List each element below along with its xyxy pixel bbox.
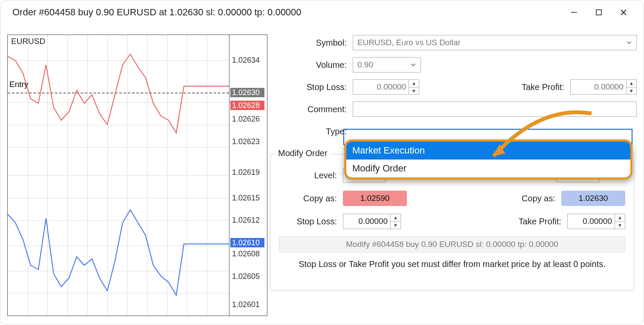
tick-chart: EURUSD Entry 1.02634 1.02630 1.02628: [7, 35, 267, 316]
symbol-label: Symbol:: [280, 38, 353, 48]
spin-down-icon[interactable]: ▼: [627, 87, 636, 95]
chart-area: EURUSD Entry: [8, 35, 229, 316]
spin-down-icon[interactable]: ▼: [409, 87, 419, 95]
chart-series: [8, 35, 229, 316]
stoploss-label: Stop Loss:: [280, 82, 353, 92]
copyas-label-left: Copy as:: [279, 194, 343, 203]
annotation-arrow-icon: [481, 109, 600, 171]
entry-price-badge: 1.02630: [230, 88, 264, 97]
modify-order-legend: Modify Order: [276, 148, 330, 158]
chart-y-axis: 1.02634 1.02630 1.02628 1.02626 1.02623 …: [229, 35, 267, 316]
chevron-down-icon: [626, 40, 632, 46]
svg-rect-1: [596, 10, 601, 15]
type-label: Type:: [280, 127, 353, 136]
comment-label: Comment:: [280, 104, 353, 114]
takeprofit-label: Take Profit:: [502, 82, 570, 92]
bid-price-badge: 1.02628: [230, 101, 264, 110]
close-button[interactable]: [611, 4, 636, 21]
stoploss-input[interactable]: ▲▼: [353, 79, 419, 95]
order-form: Symbol: EURUSD, Euro vs US Dollar Volume…: [267, 35, 637, 325]
volume-label: Volume:: [280, 60, 353, 70]
spin-down-icon[interactable]: ▼: [615, 222, 625, 229]
minimize-button[interactable]: [562, 4, 586, 21]
takeprofit-input[interactable]: ▲▼: [570, 79, 637, 95]
titlebar: Order #604458 buy 0.90 EURUSD at 1.02630…: [0, 0, 644, 24]
maximize-button[interactable]: [586, 4, 611, 21]
copy-as-bid-button[interactable]: 1.02590: [343, 191, 407, 206]
modify-note: Stop Loss or Take Profit you set must di…: [279, 259, 625, 269]
copy-as-ask-button[interactable]: 1.02630: [561, 191, 625, 206]
ask-price-badge: 1.02610: [230, 238, 264, 247]
spin-down-icon[interactable]: ▼: [391, 222, 400, 229]
modify-tp-input[interactable]: ▲▼: [567, 214, 625, 229]
copyas-label-right: Copy as:: [497, 194, 561, 203]
spin-up-icon[interactable]: ▲: [409, 80, 419, 87]
spin-up-icon[interactable]: ▲: [391, 214, 400, 222]
symbol-select[interactable]: EURUSD, Euro vs US Dollar: [353, 35, 637, 50]
level-label-left: Level:: [279, 171, 343, 180]
modify-sl-label: Stop Loss:: [279, 217, 343, 226]
window-title: Order #604458 buy 0.90 EURUSD at 1.02630…: [12, 7, 562, 18]
chevron-down-icon: [410, 62, 416, 68]
spin-up-icon[interactable]: ▲: [627, 80, 636, 87]
modify-submit-button[interactable]: Modify #604458 buy 0.90 EURUSD sl: 0.000…: [279, 236, 625, 252]
modify-sl-input[interactable]: ▲▼: [343, 214, 401, 229]
volume-select[interactable]: 0.90: [353, 57, 421, 73]
spin-up-icon[interactable]: ▲: [615, 214, 625, 222]
modify-tp-label: Take Profit:: [503, 217, 567, 226]
